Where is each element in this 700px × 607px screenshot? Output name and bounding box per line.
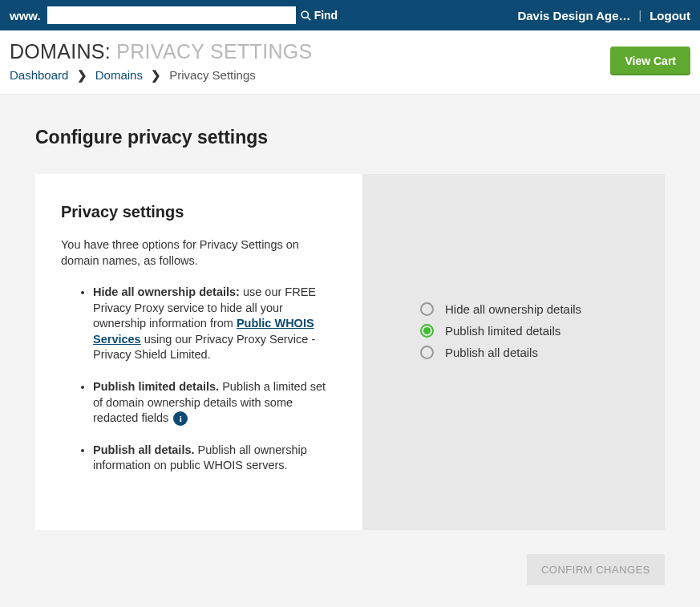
- settings-description-panel: Privacy settings You have three options …: [35, 174, 362, 530]
- breadcrumb-current: Privacy Settings: [169, 68, 256, 82]
- radio-label: Hide all ownership details: [445, 302, 581, 316]
- search-icon: [301, 10, 311, 21]
- www-prefix: www.: [10, 9, 41, 22]
- settings-options-panel: Hide all ownership details Publish limit…: [362, 174, 665, 530]
- page-title-prefix: DOMAINS:: [10, 40, 116, 63]
- view-cart-button[interactable]: View Cart: [610, 47, 690, 75]
- find-label: Find: [314, 9, 338, 22]
- radio-publish-limited[interactable]: Publish limited details: [420, 324, 649, 338]
- breadcrumb-dashboard[interactable]: Dashboard: [10, 68, 68, 82]
- topbar-separator: |: [639, 9, 642, 22]
- option-desc-limited-title: Publish limited details.: [93, 380, 219, 393]
- option-desc-hide: Hide all ownership details: use our FREE…: [93, 285, 337, 363]
- panel-title: Privacy settings: [61, 203, 337, 221]
- main-content: Configure privacy settings Privacy setti…: [0, 95, 700, 607]
- page-header: DOMAINS: PRIVACY SETTINGS Dashboard ❯ Do…: [0, 30, 700, 95]
- radio-label: Publish limited details: [445, 324, 560, 338]
- account-name[interactable]: Davis Design Age…: [517, 9, 630, 22]
- breadcrumb-domains[interactable]: Domains: [95, 68, 143, 82]
- radio-hide-all[interactable]: Hide all ownership details: [420, 302, 649, 316]
- radio-icon: [420, 302, 434, 316]
- radio-icon-selected: [420, 324, 434, 338]
- option-desc-all-title: Publish all details.: [93, 443, 195, 456]
- option-desc-hide-title: Hide all ownership details:: [93, 285, 240, 298]
- chevron-right-icon: ❯: [77, 68, 87, 82]
- svg-line-1: [307, 17, 310, 20]
- logout-link[interactable]: Logout: [649, 9, 690, 22]
- option-desc-all: Publish all details. Publish all ownersh…: [93, 443, 337, 474]
- radio-label: Publish all details: [445, 346, 538, 359]
- radio-icon: [420, 346, 434, 359]
- page-title: DOMAINS: PRIVACY SETTINGS: [10, 40, 610, 63]
- chevron-right-icon: ❯: [151, 68, 161, 82]
- settings-card: Privacy settings You have three options …: [35, 174, 665, 530]
- confirm-changes-button[interactable]: CONFIRM CHANGES: [527, 554, 665, 585]
- breadcrumb: Dashboard ❯ Domains ❯ Privacy Settings: [10, 68, 610, 83]
- find-button[interactable]: Find: [301, 9, 338, 22]
- info-icon[interactable]: i: [173, 411, 188, 426]
- domain-search-input[interactable]: [47, 6, 296, 24]
- page-title-suffix: PRIVACY SETTINGS: [116, 40, 312, 63]
- top-bar: www. Find Davis Design Age… | Logout: [0, 0, 700, 30]
- radio-publish-all[interactable]: Publish all details: [420, 346, 649, 359]
- main-heading: Configure privacy settings: [35, 127, 665, 148]
- option-desc-limited: Publish limited details. Publish a limit…: [93, 379, 337, 427]
- panel-intro: You have three options for Privacy Setti…: [61, 237, 337, 269]
- svg-point-0: [301, 11, 308, 18]
